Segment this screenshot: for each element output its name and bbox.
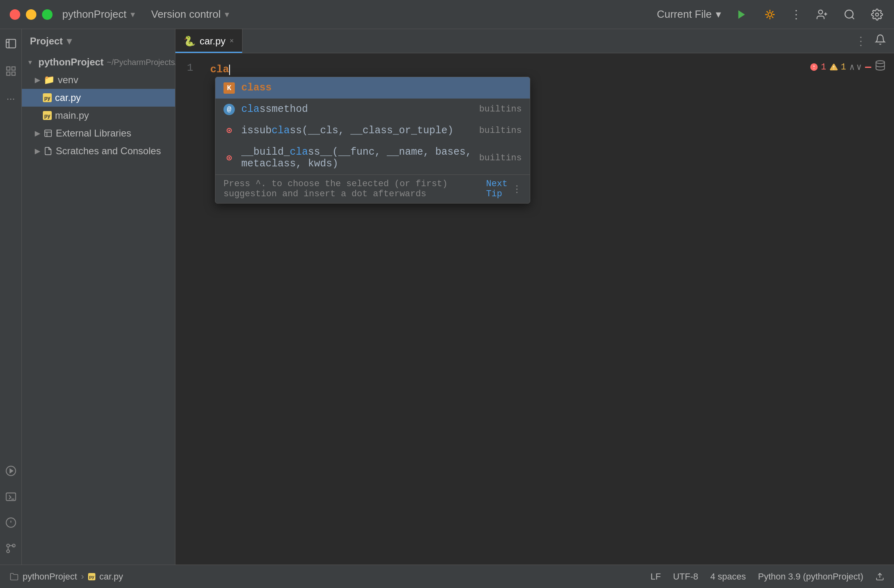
tab-close-button[interactable]: × bbox=[230, 37, 234, 45]
file-tree-item-car-py[interactable]: py car.py bbox=[22, 89, 175, 107]
statusbar-project-label[interactable]: pythonProject bbox=[23, 571, 77, 582]
version-control-btn[interactable]: Version control ▾ bbox=[151, 8, 229, 21]
file-tree-item-venv[interactable]: ▶ 📁 venv bbox=[22, 71, 175, 89]
sidebar-icon-structure[interactable] bbox=[3, 63, 19, 79]
file-tree-item-scratches[interactable]: ▶ Scratches and Consoles bbox=[22, 142, 175, 160]
main-py-icon: py bbox=[43, 111, 52, 120]
ext-libs-icon bbox=[44, 129, 53, 138]
statusbar-breadcrumb-separator: › bbox=[81, 571, 84, 582]
ac-ssmethod-text: ssmethod bbox=[259, 103, 308, 115]
ac-cla-highlight-2: cla bbox=[272, 125, 290, 136]
file-tree-root[interactable]: ▾ pythonProject ~/PycharmProjects/ bbox=[22, 53, 175, 71]
scratches-chevron-icon: ▶ bbox=[35, 147, 40, 155]
project-title-btn[interactable]: pythonProject ▾ bbox=[62, 8, 135, 21]
main-layout: ··· bbox=[0, 29, 894, 565]
ac-ss-text: ss(__cls, __class_or_tuple) bbox=[290, 125, 453, 136]
svg-point-1 bbox=[768, 13, 772, 16]
car-py-label: car.py bbox=[55, 92, 81, 103]
statusbar-git-push-icon[interactable] bbox=[875, 572, 884, 581]
file-tree-header: Project ▾ bbox=[22, 29, 175, 53]
error-count: 1 bbox=[821, 62, 826, 72]
statusbar-indent[interactable]: 4 spaces bbox=[710, 571, 746, 582]
ac-text-classmethod: classmethod bbox=[241, 103, 472, 115]
database-icon[interactable] bbox=[875, 60, 886, 74]
vc-chevron-icon: ▾ bbox=[225, 9, 229, 20]
sidebar-icon-terminal[interactable] bbox=[3, 489, 19, 505]
left-sidebar-icons: ··· bbox=[0, 29, 22, 565]
svg-rect-22 bbox=[45, 130, 52, 137]
svg-point-27 bbox=[833, 69, 834, 69]
root-chevron-icon: ▾ bbox=[28, 58, 32, 67]
traffic-lights bbox=[10, 9, 53, 20]
warning-icon bbox=[829, 63, 838, 71]
tab-car-py-icon: 🐍 bbox=[183, 36, 196, 47]
code-editor[interactable]: cla bbox=[204, 61, 236, 78]
tab-car-py-label: car.py bbox=[200, 36, 226, 47]
more-options-icon[interactable]: ⋮ bbox=[791, 8, 802, 21]
notification-bell-icon[interactable] bbox=[875, 34, 894, 48]
debug-button[interactable] bbox=[762, 7, 778, 22]
project-chevron-icon: ▾ bbox=[131, 9, 135, 20]
ac-text-build-class: __build_class__(__func, __name, bases, m… bbox=[241, 146, 472, 170]
nav-down-icon[interactable]: ∨ bbox=[856, 62, 862, 73]
ac-cla-highlight-3: cla bbox=[290, 146, 308, 158]
ac-text-issubclass: issubclass(__cls, __class_or_tuple) bbox=[241, 125, 472, 136]
svg-rect-7 bbox=[6, 40, 15, 48]
sidebar-icon-project[interactable] bbox=[3, 36, 19, 52]
project-name-label: pythonProject bbox=[62, 8, 127, 21]
main-py-label: main.py bbox=[55, 110, 89, 121]
sidebar-icon-more[interactable]: ··· bbox=[3, 90, 19, 107]
warning-count: 1 bbox=[841, 62, 846, 72]
autocomplete-item-classmethod[interactable]: @ classmethod builtins bbox=[215, 99, 530, 120]
autocomplete-item-build-class[interactable]: ⊙ __build_class__(__func, __name, bases,… bbox=[215, 141, 530, 174]
code-line-1: cla bbox=[204, 61, 236, 78]
editor-content[interactable]: 1 1 ∧ ∨ bbox=[175, 53, 894, 565]
next-tip-button[interactable]: Next Tip bbox=[486, 179, 512, 199]
error-icon bbox=[810, 63, 818, 71]
minimize-button[interactable] bbox=[26, 9, 36, 20]
statusbar-file-label[interactable]: car.py bbox=[99, 571, 123, 582]
svg-point-6 bbox=[875, 13, 879, 16]
file-tree-item-main-py[interactable]: py main.py bbox=[22, 107, 175, 124]
sidebar-bottom-icons bbox=[3, 463, 19, 565]
ac-text-class: class bbox=[241, 82, 522, 94]
project-panel-chevron-icon: ▾ bbox=[67, 36, 72, 47]
autocomplete-item-issubclass[interactable]: ⊙ issubclass(__cls, __class_or_tuple) bu… bbox=[215, 120, 530, 141]
statusbar-interpreter[interactable]: Python 3.9 (pythonProject) bbox=[758, 571, 863, 582]
statusbar-encoding[interactable]: UTF-8 bbox=[673, 571, 698, 582]
ac-issub-text: issub bbox=[241, 125, 272, 136]
tab-car-py[interactable]: 🐍 car.py × bbox=[175, 29, 242, 53]
close-button[interactable] bbox=[10, 9, 20, 20]
current-file-button[interactable]: Current File ▾ bbox=[657, 8, 721, 21]
run-button[interactable] bbox=[734, 7, 749, 22]
code-typed-text: cla bbox=[210, 61, 229, 78]
scratches-label: Scratches and Consoles bbox=[56, 145, 161, 157]
svg-point-19 bbox=[6, 544, 9, 547]
search-icon[interactable] bbox=[842, 7, 857, 22]
sidebar-icon-issues[interactable] bbox=[3, 514, 19, 531]
line-number-1: 1 bbox=[175, 60, 200, 77]
autocomplete-item-class[interactable]: K class bbox=[215, 77, 530, 99]
sidebar-icon-git[interactable] bbox=[3, 540, 19, 556]
settings-icon[interactable] bbox=[870, 7, 884, 22]
nav-up-icon[interactable]: ∧ bbox=[850, 62, 855, 73]
file-tree-panel: Project ▾ ▾ pythonProject ~/PycharmProje… bbox=[22, 29, 175, 565]
ac-footer-more-icon[interactable]: ⋮ bbox=[512, 183, 522, 195]
ac-keyword-icon: K bbox=[223, 82, 235, 94]
svg-point-5 bbox=[845, 10, 853, 18]
statusbar-line-ending[interactable]: LF bbox=[650, 571, 661, 582]
file-tree-item-external-libs[interactable]: ▶ External Libraries bbox=[22, 124, 175, 142]
text-cursor bbox=[229, 65, 230, 75]
add-user-icon[interactable] bbox=[815, 7, 829, 22]
svg-rect-10 bbox=[12, 72, 15, 75]
tab-more-button[interactable]: ⋮ bbox=[855, 34, 875, 48]
autocomplete-hint-text: Press ^. to choose the selected (or firs… bbox=[223, 179, 486, 199]
autocomplete-dropdown: K class @ classmethod builtins ⊙ bbox=[215, 77, 530, 204]
maximize-button[interactable] bbox=[42, 9, 53, 20]
svg-rect-11 bbox=[6, 72, 10, 75]
svg-marker-13 bbox=[10, 469, 13, 472]
sidebar-icon-run[interactable] bbox=[3, 463, 19, 479]
venv-chevron-icon: ▶ bbox=[35, 76, 40, 84]
current-file-chevron-icon: ▾ bbox=[716, 8, 721, 21]
warning-badge: 1 bbox=[829, 62, 846, 72]
